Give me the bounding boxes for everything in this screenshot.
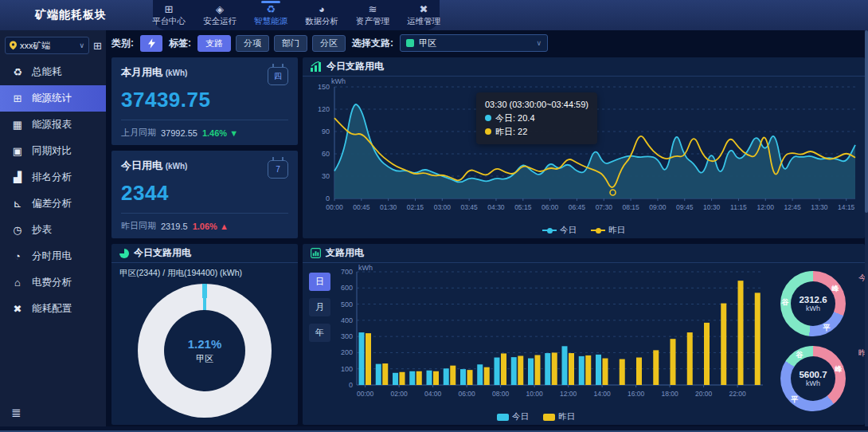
branch-select[interactable]: 甲区 ∨ bbox=[400, 34, 548, 52]
svg-text:400: 400 bbox=[341, 316, 353, 324]
today-branch-line-card: 今日支路用电 kWh030609012015000:0000:4501:3002… bbox=[303, 57, 865, 238]
main-content: 类别: 标签: 支路分项部门分区 选择支路: 甲区 ∨ 本月用电 (kWh) 四… bbox=[106, 30, 868, 426]
delta-badge: 1.06% ▲ bbox=[193, 222, 229, 231]
legend-swatch-icon bbox=[497, 414, 509, 421]
svg-text:03:45: 03:45 bbox=[460, 203, 478, 211]
card-unit: (kWh) bbox=[166, 69, 188, 77]
tag-1[interactable]: 分项 bbox=[236, 35, 269, 52]
nav-label: 安全运行 bbox=[203, 16, 237, 27]
time-of-use-icon: ◔ bbox=[11, 250, 24, 262]
svg-text:09:00: 09:00 bbox=[649, 203, 667, 211]
category-electric-button[interactable] bbox=[140, 35, 162, 52]
lightning-icon bbox=[148, 38, 155, 49]
today-branch-donut-card: 今日支路用电 甲区(2344) / 用电(194400) (kWh) 1.21%… bbox=[111, 244, 298, 425]
svg-text:14:00: 14:00 bbox=[593, 390, 611, 398]
safety-shield-icon: ◈ bbox=[216, 4, 224, 15]
svg-text:04:00: 04:00 bbox=[424, 390, 442, 398]
sidebar-item-5[interactable]: ⊾偏差分析 bbox=[0, 190, 106, 217]
gauge-donut: 2312.6kWh峰平谷 bbox=[780, 271, 846, 336]
svg-text:10:30: 10:30 bbox=[703, 203, 721, 211]
gauge-segment-label: 平 bbox=[823, 323, 831, 333]
nav-item-1[interactable]: ◈安全运行 bbox=[201, 2, 239, 28]
svg-text:150: 150 bbox=[318, 83, 330, 91]
sidebar-item-label: 偏差分析 bbox=[32, 197, 72, 210]
deviation-analysis-icon: ⊾ bbox=[11, 198, 24, 210]
nav-item-3[interactable]: ◕数据分析 bbox=[303, 2, 341, 28]
donut-center-label: 甲区 bbox=[196, 353, 213, 365]
nav-item-5[interactable]: ✖运维管理 bbox=[405, 2, 443, 28]
scrollbar[interactable] bbox=[865, 30, 868, 426]
tooltip-row: 今日: 20.4 bbox=[485, 112, 588, 125]
tag-3[interactable]: 分区 bbox=[312, 35, 346, 52]
energy-stats-icon: ⊞ bbox=[11, 92, 24, 104]
gauge-segment-label: 谷 bbox=[782, 297, 789, 308]
sidebar-item-3[interactable]: ▣同期对比 bbox=[0, 138, 106, 164]
sidebar-item-8[interactable]: ⌂电费分析 bbox=[0, 269, 106, 296]
sidebar-item-label: 同期对比 bbox=[32, 144, 72, 158]
legend-item-1[interactable]: 昨日 bbox=[591, 225, 625, 236]
nav-label: 智慧能源 bbox=[254, 16, 287, 27]
branch-zone-icon bbox=[406, 39, 414, 47]
legend-item-0[interactable]: 今日 bbox=[542, 225, 577, 236]
compare-label: 昨日同期 bbox=[121, 220, 156, 232]
ranking-analysis-icon: ▟ bbox=[11, 171, 24, 183]
sidebar-item-7[interactable]: ◔分时用电 bbox=[0, 243, 106, 269]
site-selector[interactable]: xxx矿端 ∨ bbox=[5, 37, 89, 54]
bar-chart-plot[interactable]: kWh010020030040050060070000:0002:0004:00… bbox=[333, 264, 769, 414]
svg-text:00:00: 00:00 bbox=[326, 203, 343, 211]
period-button-1[interactable]: 月 bbox=[309, 298, 330, 316]
nav-item-4[interactable]: ≋资产管理 bbox=[354, 2, 392, 28]
period-button-2[interactable]: 年 bbox=[309, 324, 330, 342]
calendar-month-icon: 四 bbox=[268, 67, 288, 85]
legend-item-1[interactable]: 昨日 bbox=[543, 411, 575, 422]
sidebar-item-2[interactable]: ▦能源报表 bbox=[0, 112, 106, 138]
svg-text:30: 30 bbox=[322, 172, 330, 180]
legend-item-0[interactable]: 今日 bbox=[497, 411, 529, 422]
legend-swatch-icon bbox=[543, 414, 555, 421]
svg-text:08:15: 08:15 bbox=[622, 203, 639, 211]
donut-center-percent: 1.21% bbox=[188, 337, 222, 351]
period-button-0[interactable]: 日 bbox=[309, 273, 330, 291]
tag-0[interactable]: 支路 bbox=[197, 35, 231, 52]
svg-text:07:30: 07:30 bbox=[596, 203, 613, 211]
donut-subtitle: 甲区(2344) / 用电(194400) (kWh) bbox=[119, 268, 242, 279]
today-peak-flat-valley-gauge[interactable]: 2312.6kWh峰平谷今日 bbox=[777, 269, 854, 343]
platform-center-icon: ⊞ bbox=[165, 4, 174, 15]
tag-2[interactable]: 部门 bbox=[274, 35, 307, 52]
ops-management-icon: ✖ bbox=[420, 4, 428, 15]
svg-text:05:15: 05:15 bbox=[514, 203, 532, 211]
category-label: 类别: bbox=[111, 37, 134, 50]
apps-grid-icon[interactable]: ⊞ bbox=[93, 40, 102, 52]
gauge-segment-label: 谷 bbox=[796, 350, 803, 360]
sidebar-item-9[interactable]: ✖能耗配置 bbox=[0, 296, 106, 322]
sidebar-item-1[interactable]: ⊞能源统计 bbox=[0, 85, 106, 112]
gauge-donut: 5600.7kWh峰平谷 bbox=[780, 346, 846, 411]
energy-report-icon: ▦ bbox=[11, 119, 24, 131]
svg-text:0: 0 bbox=[326, 194, 330, 202]
energy-config-icon: ✖ bbox=[11, 303, 24, 315]
card-title: 支路用电 bbox=[326, 246, 364, 260]
svg-text:18:00: 18:00 bbox=[661, 390, 678, 398]
meter-reading-icon: ◷ bbox=[11, 224, 24, 236]
gauge-value: 5600.7 bbox=[799, 370, 827, 379]
nav-label: 平台中心 bbox=[152, 16, 186, 27]
collapse-sidebar-icon[interactable]: ≣ bbox=[11, 406, 22, 420]
legend-swatch-icon bbox=[591, 230, 605, 231]
svg-text:60: 60 bbox=[322, 150, 330, 158]
nav-item-2[interactable]: ♻智慧能源 bbox=[252, 2, 290, 28]
svg-text:12:00: 12:00 bbox=[757, 203, 775, 211]
chart-tooltip: 03:30 (03:30:00~03:44:59) 今日: 20.4昨日: 22 bbox=[476, 92, 597, 144]
sidebar-item-6[interactable]: ◷抄表 bbox=[0, 217, 106, 243]
nav-item-0[interactable]: ⊞平台中心 bbox=[150, 2, 188, 28]
svg-text:04:30: 04:30 bbox=[487, 203, 505, 211]
scrollbar-thumb[interactable] bbox=[865, 30, 868, 213]
sidebar-item-0[interactable]: ♻总能耗 bbox=[0, 59, 106, 85]
gauge-value: 2312.6 bbox=[799, 295, 827, 304]
sidebar-item-4[interactable]: ▟排名分析 bbox=[0, 164, 106, 190]
series-dot-icon bbox=[485, 115, 491, 121]
yesterday-peak-flat-valley-gauge[interactable]: 5600.7kWh峰平谷昨日 bbox=[777, 344, 854, 418]
svg-text:06:00: 06:00 bbox=[542, 203, 559, 211]
branch-share-donut[interactable]: 1.21% 甲区 bbox=[138, 284, 272, 418]
svg-text:kWh: kWh bbox=[358, 264, 373, 272]
svg-text:01:30: 01:30 bbox=[380, 203, 397, 211]
